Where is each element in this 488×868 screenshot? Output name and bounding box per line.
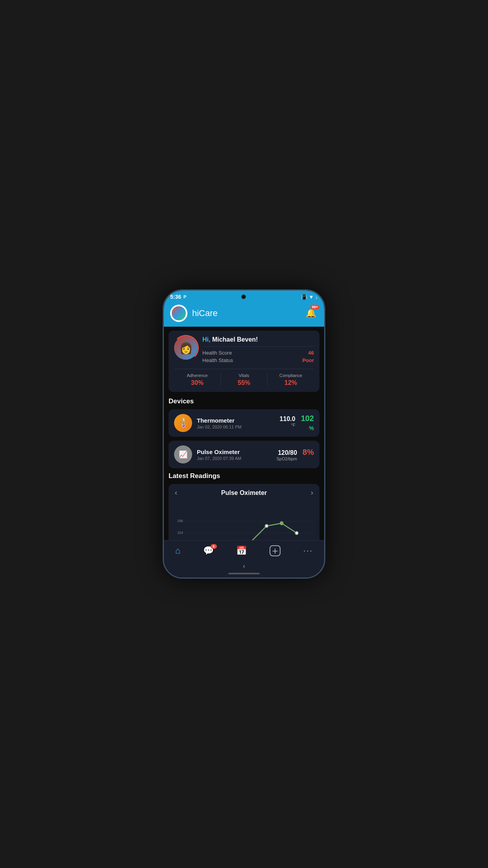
back-arrow-area: ‹ [164,561,324,571]
greeting-text: Hi, Michael Beven! [202,336,314,343]
wifi-icon: ▼ [309,294,314,300]
greeting-row: 👩 Hi, Michael Beven! Health Score 46 [174,336,314,365]
health-score-value: 46 [308,350,314,356]
greeting-info: Hi, Michael Beven! Health Score 46 Healt… [202,336,314,365]
thermometer-reading: 110.0 °F 102% [280,414,314,432]
thermometer-percent: 102% [301,414,314,432]
notification-button[interactable]: 🔔 99+ [304,306,318,320]
svg-text:256: 256 [177,519,183,523]
bell-icon: 🔔 [306,308,316,318]
metric-vitals-label: Vitals [221,373,267,378]
prev-chart-button[interactable]: ‹ [175,489,177,497]
notification-badge: 99+ [310,305,319,309]
thermometer-info: Thermometer Jan 02, 2020 06:11 PM [197,417,275,429]
devices-section-title: Devices [169,397,319,405]
greeting-hi: Hi, [202,336,212,343]
nav-messages[interactable]: 💬 5 [200,544,217,557]
status-icons: 📳 ▼ ↓ [301,294,318,300]
status-bar: 5:36 P 📳 ▼ ↓ [164,291,324,302]
health-score-row: Health Score 46 [202,350,314,356]
pulse-wave-icon: 📈 [179,450,187,459]
pulse-oximeter-reading: 120/80 SpO2/bpm 8% [277,448,314,461]
pulse-oximeter-percent: 8% [303,448,314,457]
thermometer-date: Jan 02, 2020 06:11 PM [197,425,275,429]
health-score-label: Health Score [202,350,232,356]
svg-point-14 [280,521,284,525]
pulse-oximeter-info: Pulse Oximeter Jan 07, 2020 07:39 AM [197,449,272,461]
pulse-oximeter-reading-unit: SpO2/bpm [277,456,297,461]
health-status-row: Health Status Poor [202,357,314,363]
metric-vitals-value: 55% [221,379,267,386]
home-icon: ⌂ [175,546,180,556]
greeting-name: Michael Beven! [212,336,258,343]
picon: P [183,294,186,299]
nav-more[interactable]: ··· [300,544,316,557]
svg-point-15 [295,531,298,535]
phone-screen: 5:36 P 📳 ▼ ↓ hiCare 🔔 99+ [164,291,324,577]
avatar-ring [173,335,199,361]
thermometer-icon: 🌡️ [174,414,192,432]
nav-calendar[interactable]: 📅 [233,544,250,557]
battery-icon: ↓ [316,294,318,300]
readings-card: ‹ Pulse Oximeter › 128 160 192 224 256 [169,484,319,540]
metric-adherence-value: 30% [174,379,220,386]
metric-vitals: Vitals 55% [221,373,267,386]
thermometer-reading-value: 110.0 [280,416,295,423]
logo-circle [172,306,186,320]
device-card-thermometer[interactable]: 🌡️ Thermometer Jan 02, 2020 06:11 PM 110… [169,409,319,437]
next-chart-button[interactable]: › [311,489,313,497]
pulse-oximeter-icon: 📈 [174,445,192,463]
health-status-value: Poor [302,357,314,363]
app-title: hiCare [192,308,304,318]
pulse-oximeter-name: Pulse Oximeter [197,449,272,455]
phone-shell: 5:36 P 📳 ▼ ↓ hiCare 🔔 99+ [163,289,325,579]
nav-home[interactable]: ⌂ [172,544,183,557]
metric-compliance-label: Compliance [268,373,314,378]
pulse-oximeter-reading-value: 120/80 [277,449,297,456]
more-icon: ··· [303,546,313,556]
nav-add[interactable]: + [266,544,284,558]
back-arrow-icon[interactable]: ‹ [243,563,245,570]
avatar-container: 👩 [174,336,198,360]
health-status-label: Health Status [202,357,233,363]
home-bar [228,573,260,574]
readings-chart-title: Pulse Oximeter [221,489,267,497]
metric-compliance-value: 12% [268,379,314,386]
messages-badge: 5 [211,544,217,549]
metric-adherence: Adherence 30% [174,373,220,386]
bottom-nav: ⌂ 💬 5 📅 + ··· [164,540,324,561]
readings-chart: 128 160 192 224 256 [172,502,316,540]
health-card: 👩 Hi, Michael Beven! Health Score 46 [169,331,319,392]
metric-adherence-label: Adherence [174,373,220,378]
metrics-row: Adherence 30% Vitals 55% Compliance 12% [174,369,314,386]
status-time: 5:36 [170,294,181,300]
metric-compliance: Compliance 12% [268,373,314,386]
thermometer-reading-unit: °F [280,423,295,427]
camera-notch [241,294,246,299]
add-icon: + [270,545,281,556]
divider [202,346,314,347]
device-card-pulse-oximeter[interactable]: 📈 Pulse Oximeter Jan 07, 2020 07:39 AM 1… [169,441,319,468]
calendar-icon: 📅 [236,546,247,556]
svg-point-13 [265,524,268,528]
main-content: 👩 Hi, Michael Beven! Health Score 46 [164,327,324,540]
home-indicator [164,571,324,577]
app-logo [170,305,187,322]
pulse-oximeter-date: Jan 07, 2020 07:39 AM [197,456,272,461]
vibrate-icon: 📳 [301,294,307,300]
thermometer-name: Thermometer [197,417,275,424]
chart-area: 128 160 192 224 256 [169,502,319,540]
svg-text:224: 224 [177,531,183,535]
latest-readings-section-title: Latest Readings [169,472,319,480]
app-header: hiCare 🔔 99+ [164,302,324,327]
readings-header: ‹ Pulse Oximeter › [169,484,319,502]
